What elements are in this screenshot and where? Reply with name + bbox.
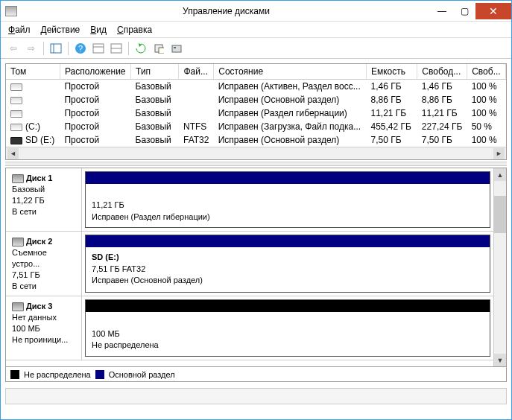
svg-rect-10 [172, 45, 181, 52]
table-row[interactable]: SD (E:)ПростойБазовыйFAT32Исправен (Осно… [6, 133, 506, 147]
svg-rect-0 [51, 44, 61, 53]
partition[interactable]: 11,21 ГБИсправен (Раздел гибернации) [85, 171, 490, 228]
table-row[interactable]: ПростойБазовыйИсправен (Раздел гибернаци… [6, 106, 506, 120]
view-button-2[interactable] [108, 40, 124, 57]
disk-row[interactable]: Диск 3Нет данных100 МБНе проиници...100 … [6, 296, 493, 360]
toolbar: ⇦ ⇨ ? [1, 38, 511, 59]
svg-rect-4 [93, 44, 104, 53]
legend-swatch-unallocated [10, 370, 19, 379]
column-header[interactable]: Том [6, 64, 60, 80]
close-button[interactable]: ✕ [475, 3, 511, 19]
partition[interactable]: SD (E:)7,51 ГБ FAT32Исправен (Основной р… [85, 235, 490, 293]
disk-icon [12, 238, 24, 246]
menubar: Файл Действие Вид Справка [1, 22, 511, 38]
disk-header: Диск 1Базовый11,22 ГБВ сети [6, 168, 82, 231]
titlebar: Управление дисками ― ▢ ✕ [1, 1, 511, 22]
legend-label-primary: Основной раздел [109, 370, 175, 379]
svg-text:?: ? [78, 44, 83, 53]
volume-icon [10, 124, 22, 131]
partition-bar [86, 235, 490, 247]
volume-icon [10, 110, 22, 118]
disk-header: Диск 3Нет данных100 МБНе проиници... [6, 296, 82, 359]
scroll-left-icon[interactable]: ◄ [7, 148, 19, 159]
disk-icon [12, 302, 24, 311]
maximize-button[interactable]: ▢ [453, 3, 475, 19]
settings-button[interactable] [168, 40, 185, 57]
column-header[interactable]: Свобод... [417, 64, 467, 80]
disks-panel: Диск 1Базовый11,22 ГБВ сети11,21 ГБИспра… [5, 168, 507, 367]
column-header[interactable]: Фай... [179, 64, 214, 80]
scroll-up-icon[interactable]: ▲ [494, 168, 506, 181]
volume-icon [10, 97, 22, 104]
menu-help[interactable]: Справка [117, 25, 152, 35]
partition[interactable]: 100 МБНе распределена [85, 299, 490, 356]
table-row[interactable]: ПростойБазовыйИсправен (Основной раздел)… [6, 93, 506, 106]
menu-view[interactable]: Вид [90, 25, 107, 35]
volumes-table[interactable]: ТомРасположениеТипФай...СостояниеЕмкость… [5, 63, 507, 160]
scroll-right-icon[interactable]: ► [493, 148, 505, 159]
volume-icon [10, 83, 22, 91]
minimize-button[interactable]: ― [431, 3, 453, 19]
disk-row[interactable]: Диск 1Базовый11,22 ГБВ сети11,21 ГБИспра… [6, 168, 493, 232]
column-header[interactable]: Своб... [467, 64, 506, 80]
column-header[interactable]: Емкость [366, 64, 417, 80]
scroll-thumb[interactable] [494, 196, 506, 233]
disk-header: Диск 2Съемное устро...7,51 ГБВ сети [6, 232, 82, 296]
vertical-scrollbar[interactable]: ▲ ▼ [493, 168, 506, 366]
forward-button[interactable]: ⇨ [23, 40, 39, 57]
column-header[interactable]: Состояние [214, 64, 367, 80]
partition-bar [86, 300, 490, 312]
scroll-down-icon[interactable]: ▼ [494, 354, 506, 366]
view-button-1[interactable] [90, 40, 107, 57]
column-header[interactable]: Тип [131, 64, 179, 80]
partition-bar [86, 172, 490, 184]
table-row[interactable]: (C:)ПростойБазовыйNTFSИсправен (Загрузка… [6, 120, 506, 133]
column-header[interactable]: Расположение [60, 64, 130, 80]
window-title: Управление дисками [22, 6, 431, 16]
app-icon [5, 6, 17, 16]
menu-action[interactable]: Действие [41, 25, 80, 35]
disk-row[interactable]: Диск 2Съемное устро...7,51 ГБВ сетиSD (E… [6, 232, 493, 296]
svg-rect-11 [174, 47, 176, 48]
volume-icon [10, 137, 22, 144]
svg-rect-9 [159, 48, 164, 54]
refresh-button[interactable] [133, 40, 149, 57]
menu-file[interactable]: Файл [8, 25, 31, 35]
splitter[interactable] [5, 162, 507, 166]
legend: Не распределена Основной раздел [5, 367, 507, 382]
horizontal-scrollbar[interactable]: ◄ ► [6, 147, 506, 159]
disk-icon [12, 174, 24, 183]
help-button[interactable]: ? [72, 40, 89, 57]
pane-button[interactable] [48, 40, 64, 57]
properties-button[interactable] [151, 40, 167, 57]
legend-label-unallocated: Не распределена [24, 370, 91, 379]
status-bar [5, 388, 507, 404]
back-button[interactable]: ⇦ [5, 40, 22, 57]
table-row[interactable]: ПростойБазовыйИсправен (Активен, Раздел … [6, 80, 506, 94]
legend-swatch-primary [95, 370, 104, 379]
